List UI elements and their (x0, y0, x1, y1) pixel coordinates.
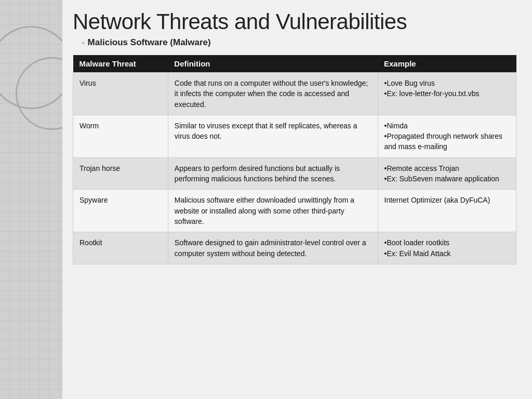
malware-table: Malware Threat Definition Example VirusC… (73, 55, 516, 264)
cell-definition: Appears to perform desired functions but… (168, 157, 378, 190)
sidebar-decoration (0, 0, 68, 399)
cell-example: •Boot loader rootkits •Ex: Evil Maid Att… (378, 232, 516, 264)
col-header-threat: Malware Threat (73, 55, 168, 73)
cell-threat: Virus (73, 73, 168, 115)
cell-threat: Spyware (73, 190, 168, 232)
cell-definition: Malicious software either downloaded unw… (168, 190, 378, 232)
table-row: SpywareMalicious software either downloa… (73, 190, 516, 232)
subtitle-bullet: ◦ (82, 39, 85, 47)
cell-example: •Remote access Trojan •Ex: SubSeven malw… (378, 157, 516, 190)
subtitle-text: Malicious Software (Malware) (88, 37, 211, 47)
cell-threat: Worm (73, 115, 168, 157)
main-content: Network Threats and Vulnerabilities ◦Mal… (62, 0, 532, 399)
table-row: WormSimilar to viruses except that it se… (73, 115, 516, 157)
cell-definition: Software designed to gain administrator-… (168, 232, 378, 264)
cell-threat: Rootkit (73, 232, 168, 264)
cell-example: Internet Optimizer (aka DyFuCA) (378, 190, 516, 232)
cell-definition: Similar to viruses except that it self r… (168, 115, 378, 157)
cell-definition: Code that runs on a computer without the… (168, 73, 378, 115)
cell-example: •Nimda •Propagated through network share… (378, 115, 516, 157)
cell-threat: Trojan horse (73, 157, 168, 190)
col-header-definition: Definition (168, 55, 378, 73)
table-header-row: Malware Threat Definition Example (73, 55, 516, 73)
subtitle: ◦Malicious Software (Malware) (82, 37, 516, 48)
table-row: Trojan horseAppears to perform desired f… (73, 157, 516, 190)
table-row: RootkitSoftware designed to gain adminis… (73, 232, 516, 264)
page-title: Network Threats and Vulnerabilities (73, 9, 516, 34)
table-row: VirusCode that runs on a computer withou… (73, 73, 516, 115)
col-header-example: Example (378, 55, 516, 73)
cell-example: •Love Bug virus •Ex: love-letter-for-you… (378, 73, 516, 115)
